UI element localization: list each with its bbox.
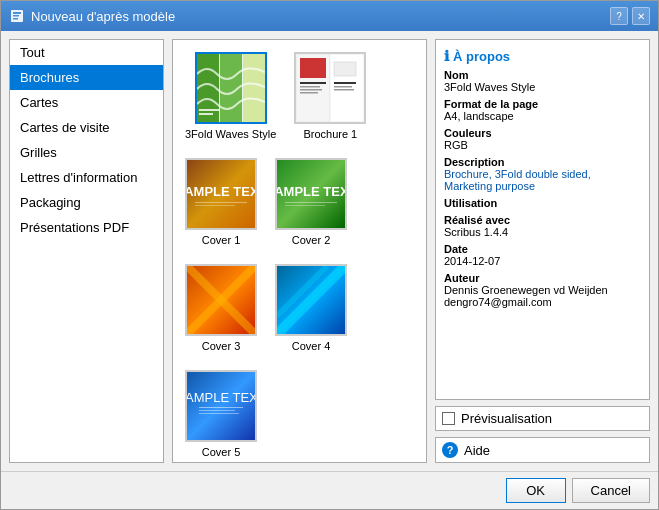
help-circle-icon: ? <box>442 442 458 458</box>
svg-rect-36 <box>187 372 255 440</box>
svg-rect-7 <box>243 54 265 122</box>
thumbnail-cover3[interactable]: Cover 3 <box>181 260 261 356</box>
svg-rect-9 <box>199 113 213 115</box>
svg-rect-19 <box>334 82 356 84</box>
info-icon: ℹ <box>444 48 449 64</box>
info-field-label: Nom <box>444 69 641 81</box>
svg-rect-39 <box>199 410 235 411</box>
info-field-label: Réalisé avec <box>444 214 641 226</box>
sidebar-item-cartes-visite[interactable]: Cartes de visite <box>10 115 163 140</box>
info-field-value: Dennis Groenewegen vd Weijden dengro74@g… <box>444 284 641 308</box>
thumbnails-panel: 3Fold Waves Style Brochure 1 SAMPLE TEXT… <box>172 39 427 463</box>
info-field-value: RGB <box>444 139 641 151</box>
sidebar-item-presentations[interactable]: Présentations PDF <box>10 215 163 240</box>
help-row[interactable]: ? Aide <box>435 437 650 463</box>
svg-rect-17 <box>300 89 322 91</box>
thumbnail-3fold[interactable]: 3Fold Waves Style <box>181 48 280 144</box>
svg-rect-40 <box>199 413 239 414</box>
sidebar-item-packaging[interactable]: Packaging <box>10 190 163 215</box>
thumbnail-img-cover1: SAMPLE TEXT <box>185 158 257 230</box>
thumbnail-label-3fold: 3Fold Waves Style <box>185 128 276 140</box>
info-field-value: Scribus 1.4.4 <box>444 226 641 238</box>
dialog-window: Nouveau d'après modèle ? ✕ ToutBrochures… <box>0 0 659 510</box>
svg-rect-18 <box>300 92 318 94</box>
dialog-footer: OK Cancel <box>1 471 658 509</box>
thumbnail-cover1[interactable]: SAMPLE TEXT Cover 1 <box>181 154 261 250</box>
preview-checkbox[interactable] <box>442 412 455 425</box>
title-bar-controls: ? ✕ <box>610 7 650 25</box>
thumbnail-label-cover2: Cover 2 <box>292 234 331 246</box>
info-field-value: 3Fold Waves Style <box>444 81 641 93</box>
right-panel: ℹ À propos Nom3Fold Waves StyleFormat de… <box>435 39 650 463</box>
thumbnail-label-brochure1: Brochure 1 <box>303 128 357 140</box>
title-bar: Nouveau d'après modèle ? ✕ <box>1 1 658 31</box>
svg-rect-14 <box>334 62 356 76</box>
info-field-label: Auteur <box>444 272 641 284</box>
title-bar-left: Nouveau d'après modèle <box>9 8 175 24</box>
info-header-label: À propos <box>453 49 510 64</box>
thumbnail-label-cover3: Cover 3 <box>202 340 241 352</box>
sidebar-item-lettres[interactable]: Lettres d'information <box>10 165 163 190</box>
info-header: ℹ À propos <box>444 48 641 64</box>
close-title-button[interactable]: ✕ <box>632 7 650 25</box>
help-label: Aide <box>464 443 490 458</box>
help-title-button[interactable]: ? <box>610 7 628 25</box>
sidebar-item-tout[interactable]: Tout <box>10 40 163 65</box>
sidebar-item-grilles[interactable]: Grilles <box>10 140 163 165</box>
dialog-title: Nouveau d'après modèle <box>31 9 175 24</box>
info-field-value: 2014-12-07 <box>444 255 641 267</box>
sidebar-item-brochures[interactable]: Brochures <box>10 65 163 90</box>
category-list: ToutBrochuresCartesCartes de visiteGrill… <box>9 39 164 463</box>
svg-rect-21 <box>334 89 354 91</box>
thumbnail-brochure1[interactable]: Brochure 1 <box>290 48 370 144</box>
thumbnail-img-cover4 <box>275 264 347 336</box>
svg-rect-29 <box>285 205 325 206</box>
dialog-body: ToutBrochuresCartesCartes de visiteGrill… <box>1 31 658 471</box>
info-field-value: A4, landscape <box>444 110 641 122</box>
svg-text:SAMPLE TEXT: SAMPLE TEXT <box>187 390 255 405</box>
thumbnail-img-cover2: SAMPLE TEXT <box>275 158 347 230</box>
thumbnails-grid: 3Fold Waves Style Brochure 1 SAMPLE TEXT… <box>181 48 418 462</box>
thumbnail-img-3fold <box>195 52 267 124</box>
thumbnail-img-cover5: SAMPLE TEXT <box>185 370 257 442</box>
thumbnail-label-cover4: Cover 4 <box>292 340 331 352</box>
svg-rect-16 <box>300 86 320 88</box>
thumbnail-img-brochure1 <box>294 52 366 124</box>
info-fields: Nom3Fold Waves StyleFormat de la pageA4,… <box>444 69 641 308</box>
svg-text:SAMPLE TEXT: SAMPLE TEXT <box>187 184 255 199</box>
thumbnail-img-cover3 <box>185 264 257 336</box>
sidebar-item-cartes[interactable]: Cartes <box>10 90 163 115</box>
info-field-value: Brochure, 3Fold double sided, Marketing … <box>444 168 641 192</box>
svg-rect-1 <box>13 12 21 14</box>
thumbnail-label-cover1: Cover 1 <box>202 234 241 246</box>
svg-rect-24 <box>195 202 247 203</box>
thumbnail-label-cover5: Cover 5 <box>202 446 241 458</box>
info-field-label: Format de la page <box>444 98 641 110</box>
svg-rect-15 <box>300 82 326 84</box>
cancel-button[interactable]: Cancel <box>572 478 650 503</box>
svg-rect-8 <box>199 109 219 111</box>
svg-rect-2 <box>13 15 19 17</box>
info-field-label: Couleurs <box>444 127 641 139</box>
ok-button[interactable]: OK <box>506 478 566 503</box>
preview-label: Prévisualisation <box>461 411 552 426</box>
thumbnail-cover4[interactable]: Cover 4 <box>271 260 351 356</box>
info-box: ℹ À propos Nom3Fold Waves StyleFormat de… <box>435 39 650 400</box>
info-field-label: Description <box>444 156 641 168</box>
info-field-label: Date <box>444 243 641 255</box>
svg-rect-20 <box>334 86 352 88</box>
thumbnail-cover5[interactable]: SAMPLE TEXT Cover 5 <box>181 366 261 462</box>
svg-text:SAMPLE TEXT: SAMPLE TEXT <box>277 184 345 199</box>
app-icon <box>9 8 25 24</box>
svg-rect-38 <box>199 407 243 408</box>
info-field-label: Utilisation <box>444 197 641 209</box>
preview-row[interactable]: Prévisualisation <box>435 406 650 431</box>
svg-rect-3 <box>13 18 18 20</box>
thumbnail-cover2[interactable]: SAMPLE TEXT Cover 2 <box>271 154 351 250</box>
svg-rect-28 <box>285 202 337 203</box>
svg-rect-13 <box>300 58 326 78</box>
svg-rect-25 <box>195 205 235 206</box>
